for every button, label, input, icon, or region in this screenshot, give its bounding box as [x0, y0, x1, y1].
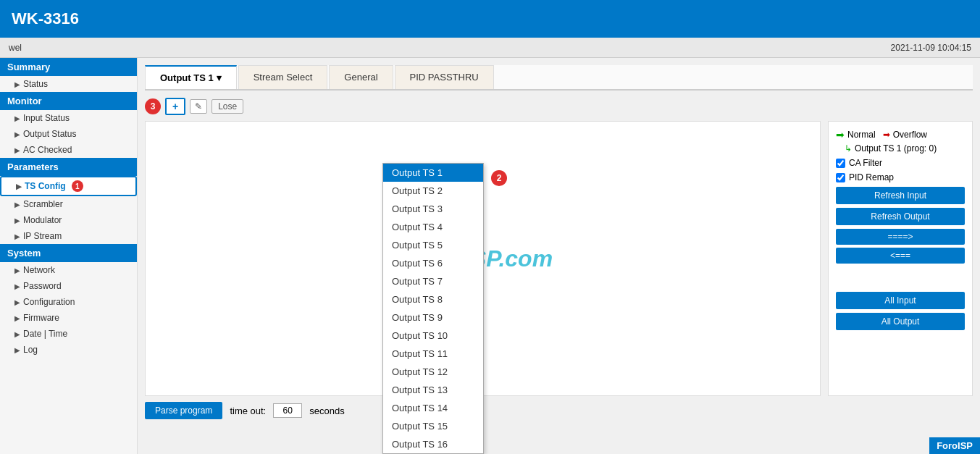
- dropdown-item-output-ts-4[interactable]: Output TS 4: [383, 218, 483, 236]
- dropdown-item-output-ts-14[interactable]: Output TS 14: [383, 399, 483, 417]
- bottom-bar: Parse program time out: seconds: [145, 402, 973, 419]
- dropdown-item-output-ts-11[interactable]: Output TS 11: [383, 345, 483, 363]
- dropdown-item-output-ts-13[interactable]: Output TS 13: [383, 381, 483, 399]
- sidebar-item-configuration[interactable]: ▶ Configuration: [0, 294, 137, 310]
- refresh-output-button[interactable]: Refresh Output: [836, 208, 965, 225]
- dropdown-item-output-ts-9[interactable]: Output TS 9: [383, 308, 483, 327]
- sidebar-item-network[interactable]: ▶ Network: [0, 262, 137, 278]
- forward-button[interactable]: ====>: [836, 229, 965, 245]
- sidebar-item-output-status[interactable]: ▶ Output Status: [0, 126, 137, 142]
- datetime: 2021-11-09 10:04:15: [891, 43, 971, 53]
- timeout-label: time out:: [230, 405, 266, 416]
- tab-general[interactable]: General: [329, 65, 393, 89]
- dropdown-item-output-ts-6[interactable]: Output TS 6: [383, 254, 483, 272]
- overflow-label: Overflow: [893, 130, 927, 140]
- seconds-label: seconds: [309, 405, 344, 416]
- sidebar-section-summary: Summary: [0, 58, 137, 76]
- tab-stream-select[interactable]: Stream Select: [238, 65, 328, 89]
- dropdown-item-output-ts-1[interactable]: Output TS 1: [383, 164, 483, 182]
- pid-remap-label: PID Remap: [849, 172, 894, 182]
- sidebar-section-system: System: [0, 244, 137, 262]
- output-ts1-label: Output TS 1 (prog: 0): [855, 143, 937, 154]
- badge-2: 2: [491, 170, 507, 186]
- tab-output-ts1[interactable]: Output TS 1 ▾: [145, 65, 237, 89]
- sidebar-item-ac-checked[interactable]: ▶ AC Checked: [0, 142, 137, 158]
- ca-filter-checkbox[interactable]: [836, 159, 845, 168]
- pid-remap-row: PID Remap: [836, 172, 965, 182]
- pid-remap-checkbox[interactable]: [836, 173, 845, 182]
- normal-indicator: ➡: [836, 129, 845, 140]
- welcome-text: wel: [9, 43, 22, 53]
- output-ts-dropdown: Output TS 1 Output TS 2 Output TS 3 Outp…: [382, 163, 484, 454]
- backward-button[interactable]: <===: [836, 248, 965, 264]
- edit-button[interactable]: ✎: [190, 99, 207, 114]
- sidebar-section-monitor: Monitor: [0, 92, 137, 110]
- add-button[interactable]: +: [165, 98, 185, 115]
- timeout-input[interactable]: [273, 403, 302, 418]
- sidebar-item-date-time[interactable]: ▶ Date | Time: [0, 326, 137, 342]
- dropdown-item-output-ts-5[interactable]: Output TS 5: [383, 236, 483, 254]
- all-input-button[interactable]: All Input: [836, 292, 965, 309]
- legend-normal: ➡ Normal ➡ Overflow: [836, 129, 965, 140]
- content-area: ForoISP.com ➡ Normal ➡ Overflow ↳ Output…: [145, 121, 973, 396]
- sidebar-section-parameters: Parameters: [0, 158, 137, 176]
- dropdown-item-output-ts-15[interactable]: Output TS 15: [383, 417, 483, 435]
- toolbar-row: 3 + ✎ Lose: [145, 98, 973, 115]
- badge-1: 1: [72, 180, 83, 192]
- dropdown-arrow-icon: ▾: [217, 72, 222, 83]
- dropdown-item-output-ts-7[interactable]: Output TS 7: [383, 272, 483, 290]
- sidebar: Summary ▶ Status Monitor ▶ Input Status …: [0, 58, 138, 454]
- sidebar-item-input-status[interactable]: ▶ Input Status: [0, 110, 137, 126]
- app-title: WK-3316: [12, 9, 79, 28]
- lose-button[interactable]: Lose: [212, 99, 243, 114]
- normal-label: Normal: [847, 130, 876, 140]
- sidebar-item-firmware[interactable]: ▶ Firmware: [0, 310, 137, 326]
- dropdown-item-output-ts-16[interactable]: Output TS 16: [383, 435, 483, 453]
- dropdown-item-output-ts-10[interactable]: Output TS 10: [383, 327, 483, 345]
- branding-footer: ForoISP: [929, 437, 980, 454]
- main-content: Output TS 1 ▾ Stream Select General PID …: [138, 58, 980, 454]
- top-bar: wel 2021-11-09 10:04:15: [0, 38, 980, 58]
- right-panel: ➡ Normal ➡ Overflow ↳ Output TS 1 (prog:…: [828, 121, 973, 396]
- ca-filter-label: CA Filter: [849, 158, 882, 168]
- sidebar-item-modulator[interactable]: ▶ Modulator: [0, 212, 137, 228]
- all-output-button[interactable]: All Output: [836, 313, 965, 330]
- sidebar-item-password[interactable]: ▶ Password: [0, 278, 137, 294]
- sidebar-item-log[interactable]: ▶ Log: [0, 342, 137, 358]
- tab-bar: Output TS 1 ▾ Stream Select General PID …: [145, 65, 973, 91]
- sidebar-item-ts-config[interactable]: ▶ TS Config 1: [0, 176, 137, 196]
- badge-2-container: 2: [491, 170, 507, 186]
- parse-program-button[interactable]: Parse program: [145, 402, 222, 419]
- output-ts1-indicator: ↳: [845, 143, 852, 154]
- dropdown-item-output-ts-8[interactable]: Output TS 8: [383, 290, 483, 308]
- legend-output-ts1: ↳ Output TS 1 (prog: 0): [836, 143, 965, 154]
- dropdown-item-output-ts-2[interactable]: Output TS 2: [383, 182, 483, 200]
- refresh-input-button[interactable]: Refresh Input: [836, 187, 965, 204]
- overflow-arrow: ➡: [883, 130, 890, 140]
- tab-pid-passthru[interactable]: PID PASSTHRU: [395, 65, 494, 89]
- ca-filter-row: CA Filter: [836, 158, 965, 168]
- sidebar-item-ip-stream[interactable]: ▶ IP Stream: [0, 228, 137, 244]
- badge-3: 3: [145, 98, 161, 114]
- dropdown-item-output-ts-3[interactable]: Output TS 3: [383, 200, 483, 218]
- sidebar-item-scrambler[interactable]: ▶ Scrambler: [0, 196, 137, 212]
- app-header: WK-3316: [0, 0, 980, 38]
- sidebar-item-status[interactable]: ▶ Status: [0, 76, 137, 92]
- dropdown-item-output-ts-12[interactable]: Output TS 12: [383, 363, 483, 381]
